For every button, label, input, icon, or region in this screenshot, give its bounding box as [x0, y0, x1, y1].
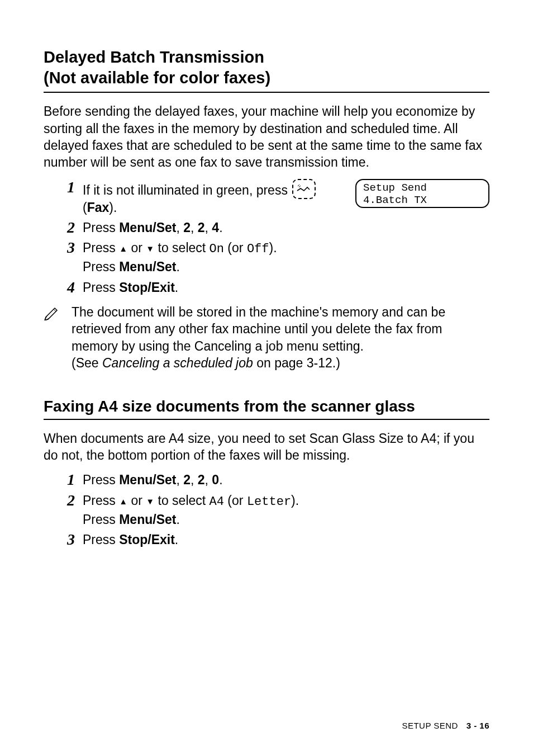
triangle-up-icon: ▲ [119, 243, 127, 254]
step3-number: 3 [44, 239, 83, 256]
step3-text-c: to select [154, 240, 209, 255]
s2-step1-n3: 0 [212, 472, 219, 487]
s2-step2: 2 Press ▲ or ▼ to select A4 (or Letter).… [44, 492, 489, 528]
note-text-b: (See [72, 356, 102, 370]
step4-text-a: Press [83, 280, 119, 295]
step2-n3: 4 [212, 220, 219, 235]
s2-step1-b2: , [191, 472, 198, 487]
step3-text-b: or [127, 240, 146, 255]
step3-text-a: Press [83, 240, 119, 255]
section1-steps: Setup Send 4.Batch TX 1 If it is not ill… [44, 179, 489, 296]
s2-step2-body: Press ▲ or ▼ to select A4 (or Letter). P… [83, 492, 489, 528]
footer: SETUP SEND 3 - 16 [402, 721, 489, 730]
s2-step2-a: Press [83, 493, 119, 508]
step3-on: On [210, 242, 224, 256]
lcd-line2: 4.Batch TX [363, 195, 482, 207]
footer-page: 3 - 16 [467, 721, 489, 730]
note-text-c: on page 3-12.) [253, 356, 340, 370]
step3-text-g: . [176, 259, 179, 274]
s2-step3-b: . [175, 532, 178, 547]
section1-heading: Delayed Batch Transmission (Not availabl… [44, 47, 489, 88]
note-body: The document will be stored in the machi… [72, 304, 489, 371]
triangle-down-icon: ▼ [146, 496, 154, 507]
s2-step3-body: Press Stop/Exit. [83, 531, 489, 548]
step4-text-b: . [175, 280, 178, 295]
s2-step2-a4: A4 [210, 495, 224, 509]
section2-rule [44, 419, 489, 420]
note-ref: Canceling a scheduled job [102, 356, 253, 370]
step1-fax: Fax [87, 200, 110, 215]
s2-step2-line2: Press Menu/Set. [83, 511, 489, 528]
s2-step1-n2: 2 [198, 472, 205, 487]
s2-step2-e: ). [291, 493, 299, 508]
s2-step1-n1: 2 [183, 472, 191, 487]
s2-step1-menu: Menu/Set [119, 472, 176, 487]
s2-step1-body: Press Menu/Set, 2, 2, 0. [83, 471, 489, 488]
step4-stop: Stop/Exit [119, 280, 175, 295]
triangle-down-icon: ▼ [146, 243, 154, 254]
step4-number: 4 [44, 279, 83, 295]
step1-text-b: ( [83, 200, 87, 215]
s2-step1-number: 1 [44, 471, 83, 488]
footer-section: SETUP SEND [402, 721, 458, 730]
section1-rule [44, 92, 489, 93]
step2-n2: 2 [198, 220, 205, 235]
s2-step2-d: (or [224, 493, 247, 508]
fax-icon [292, 179, 316, 199]
step4-body: Press Stop/Exit. [83, 279, 344, 296]
heading-line1: Delayed Batch Transmission [44, 48, 264, 66]
s2-step1: 1 Press Menu/Set, 2, 2, 0. [44, 471, 489, 488]
s2-step3-stop: Stop/Exit [119, 532, 175, 547]
s2-step2-letter: Letter [247, 495, 291, 509]
step1-body: If it is not illuminated in green, press… [83, 179, 344, 216]
s2-step3: 3 Press Stop/Exit. [44, 531, 489, 548]
lcd-display: Setup Send 4.Batch TX [355, 179, 489, 208]
step1-text-c: ). [109, 200, 117, 215]
s2-step2-f: Press [83, 512, 119, 527]
section2-steps: 1 Press Menu/Set, 2, 2, 0. 2 Press ▲ or … [44, 471, 489, 548]
heading-line2: (Not available for color faxes) [44, 69, 270, 87]
step3-text-f: Press [83, 259, 119, 274]
note-icon [44, 304, 72, 323]
step4: 4 Press Stop/Exit. [44, 279, 344, 296]
step3-line2: Press Menu/Set. [83, 258, 344, 275]
step2-text-b3: , [205, 220, 212, 235]
note-text-a: The document will be stored in the machi… [72, 305, 445, 353]
s2-step3-number: 3 [44, 531, 83, 547]
step2-body: Press Menu/Set, 2, 2, 4. [83, 219, 344, 236]
step3-text-e: ). [269, 240, 277, 255]
step2-text-b2: , [191, 220, 198, 235]
s2-step2-number: 2 [44, 492, 83, 508]
step1-text-a: If it is not illuminated in green, press [83, 183, 291, 197]
step2-text-a: Press [83, 220, 119, 235]
step2-n1: 2 [183, 220, 191, 235]
lcd-line1: Setup Send [363, 182, 482, 195]
s2-step2-b: or [127, 493, 146, 508]
s2-step2-c: to select [154, 493, 209, 508]
s2-step1-a: Press [83, 472, 119, 487]
step1: 1 If it is not illuminated in green, pre… [44, 179, 344, 216]
triangle-up-icon: ▲ [119, 496, 127, 507]
step3-body: Press ▲ or ▼ to select On (or Off). Pres… [83, 239, 344, 275]
section2-intro: When documents are A4 size, you need to … [44, 430, 489, 464]
step3-off: Off [247, 242, 269, 256]
s2-step1-b1: , [176, 472, 183, 487]
s2-step2-menu: Menu/Set [119, 512, 176, 527]
step2-text-c: . [219, 220, 222, 235]
s2-step3-a: Press [83, 532, 119, 547]
s2-step2-g: . [176, 512, 179, 527]
step1-number: 1 [44, 179, 83, 195]
note: The document will be stored in the machi… [44, 304, 489, 371]
step2-number: 2 [44, 219, 83, 235]
page: Delayed Batch Transmission (Not availabl… [0, 0, 533, 756]
step3-text-d: (or [224, 240, 247, 255]
s2-step1-b3: , [205, 472, 212, 487]
step3: 3 Press ▲ or ▼ to select On (or Off). Pr… [44, 239, 344, 275]
step3-menu: Menu/Set [119, 259, 176, 274]
step2: 2 Press Menu/Set, 2, 2, 4. [44, 219, 344, 236]
step2-text-b1: , [176, 220, 183, 235]
section1-intro: Before sending the delayed faxes, your m… [44, 103, 489, 171]
step2-menu: Menu/Set [119, 220, 176, 235]
s2-step1-c: . [219, 472, 222, 487]
section2-heading: Faxing A4 size documents from the scanne… [44, 398, 489, 415]
